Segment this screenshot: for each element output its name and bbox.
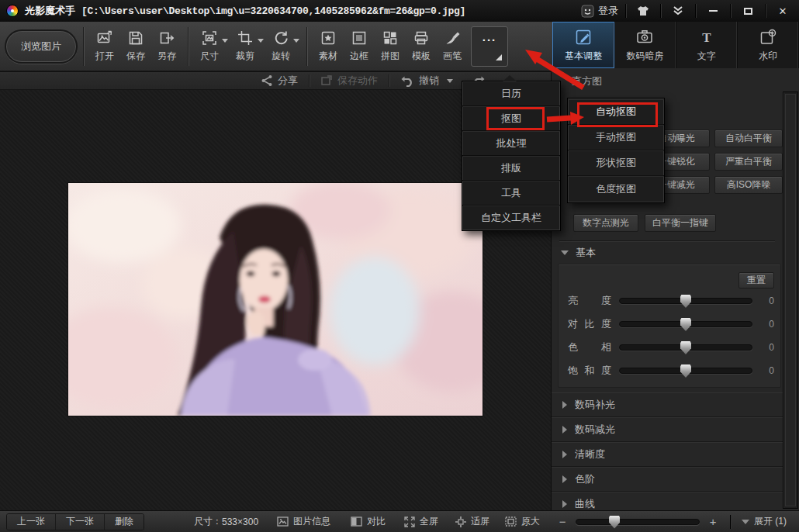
collage-icon [382, 29, 399, 47]
login-button[interactable]: 登录 [581, 4, 618, 18]
contrast-slider[interactable] [619, 321, 752, 327]
open-button[interactable]: 打开 [89, 25, 120, 68]
fullscreen-button[interactable]: 全屏 [404, 515, 438, 528]
zoom-slider[interactable] [576, 519, 700, 525]
submenu-item-manual-cutout[interactable]: 手动抠图 [568, 125, 664, 150]
toolbar-label: 旋转 [272, 50, 290, 63]
section-label: 色阶 [575, 472, 595, 486]
tab-watermark[interactable]: 水印 [738, 22, 799, 68]
compare-button[interactable]: 对比 [351, 515, 386, 528]
share-label: 分享 [278, 74, 298, 88]
more-tools-menu: 日历 抠图 批处理 排版 工具 自定义工具栏 [462, 81, 561, 231]
material-button[interactable]: 素材 [313, 25, 344, 68]
original-size-icon [505, 516, 517, 527]
saturation-slider-row: 饱和度 0 [568, 362, 774, 379]
reset-button[interactable]: 重置 [738, 272, 774, 288]
section-clarity[interactable]: 清晰度 [552, 442, 783, 467]
rotate-dropdown-arrow[interactable] [293, 39, 299, 43]
fit-screen-button[interactable]: 适屏 [455, 515, 489, 528]
collapse-window-button[interactable] [668, 3, 688, 19]
menu-item-layout[interactable]: 排版 [462, 156, 560, 181]
undo-button[interactable]: 撤销 [400, 74, 453, 88]
image-info-icon [277, 516, 289, 527]
toolbar-label: 打开 [95, 50, 114, 63]
slider-thumb[interactable] [680, 341, 691, 354]
section-digital-fill-light[interactable]: 数码补光 [552, 392, 783, 417]
section-levels[interactable]: 色阶 [552, 467, 783, 492]
expand-arrow-down-icon [742, 520, 749, 524]
saturation-slider[interactable] [619, 368, 752, 374]
tab-text[interactable]: T 文字 [676, 22, 738, 68]
image-info-button[interactable]: 图片信息 [277, 515, 330, 528]
minimize-button[interactable] [703, 3, 723, 19]
high-iso-denoise-button[interactable]: 高ISO降噪 [714, 176, 783, 194]
hue-slider[interactable] [619, 344, 752, 351]
menu-item-tools[interactable]: 工具 [462, 181, 560, 206]
scrollbar-thumb[interactable] [785, 94, 796, 506]
zoom-out-button[interactable]: − [557, 515, 568, 528]
crop-button[interactable]: 裁剪 [230, 25, 261, 68]
zoom-in-button[interactable]: + [707, 515, 718, 528]
share-button[interactable]: 分享 [261, 74, 298, 88]
maximize-button[interactable] [738, 3, 758, 19]
rotate-button[interactable]: 旋转 [265, 25, 296, 68]
right-tab-strip: 基本调整 数码暗房 T 文字 水印 [552, 22, 799, 68]
collage-button[interactable]: 拼图 [375, 25, 406, 68]
submenu-item-auto-cutout[interactable]: 自动抠图 [568, 99, 664, 125]
basic-section-header[interactable]: 基本 [561, 246, 596, 260]
statusbar-separator [730, 515, 731, 529]
tab-basic-adjust[interactable]: 基本调整 [552, 22, 614, 68]
compare-label: 对比 [367, 515, 386, 528]
slider-thumb[interactable] [680, 295, 691, 308]
actionbar-separator [389, 74, 389, 87]
border-button[interactable]: 边框 [344, 25, 375, 68]
brush-button[interactable]: 画笔 [437, 25, 468, 68]
brightness-slider[interactable] [619, 298, 752, 304]
close-button[interactable]: ✕ [773, 3, 793, 19]
skin-button[interactable] [633, 3, 653, 19]
save-action-button[interactable]: 保存动作 [320, 74, 378, 88]
section-digital-dim-light[interactable]: 数码减光 [552, 417, 783, 442]
tab-digital-darkroom[interactable]: 数码暗房 [614, 22, 676, 68]
size-value: 533×300 [222, 516, 258, 527]
slider-thumb[interactable] [680, 318, 691, 331]
spot-metering-button[interactable]: 数字点测光 [573, 214, 638, 232]
brightness-slider-row: 亮度 0 [568, 292, 774, 309]
menu-item-custom-toolbar[interactable]: 自定义工具栏 [462, 206, 560, 230]
minimize-icon [709, 10, 718, 12]
delete-image-button[interactable]: 删除 [104, 514, 144, 530]
more-tools-button[interactable]: ... [471, 26, 508, 67]
next-image-button[interactable]: 下一张 [55, 514, 104, 530]
slider-value: 0 [760, 342, 774, 353]
save-as-button[interactable]: 另存 [151, 25, 182, 68]
undo-dropdown-arrow[interactable] [447, 79, 453, 83]
template-button[interactable]: 模板 [406, 25, 437, 68]
save-button[interactable]: 保存 [120, 25, 151, 68]
resize-button[interactable]: 尺寸 [194, 25, 225, 68]
menu-item-batch[interactable]: 批处理 [462, 131, 560, 156]
slider-value: 0 [760, 295, 774, 306]
basic-adjust-icon [574, 28, 593, 47]
slider-thumb[interactable] [680, 364, 691, 378]
menu-item-cutout[interactable]: 抠图 [462, 106, 560, 131]
section-curves[interactable]: 曲线 [552, 492, 783, 510]
panel-scrollbar[interactable] [783, 92, 798, 509]
menu-item-calendar[interactable]: 日历 [462, 81, 560, 106]
original-size-button[interactable]: 原大 [505, 515, 540, 528]
section-label: 曲线 [575, 497, 595, 510]
submenu-item-shape-cutout[interactable]: 形状抠图 [568, 150, 664, 176]
nav-button-group: 上一张 下一张 删除 [6, 513, 144, 530]
severe-white-balance-button[interactable]: 严重白平衡 [714, 153, 783, 171]
previous-image-button[interactable]: 上一张 [7, 514, 55, 530]
tab-label: 文字 [697, 50, 716, 63]
resize-dropdown-arrow[interactable] [222, 39, 228, 43]
submenu-item-chroma-cutout[interactable]: 色度抠图 [568, 176, 664, 202]
expand-panel-button[interactable]: 展开 (1) [742, 515, 787, 528]
cutout-submenu: 自动抠图 手动抠图 形状抠图 色度抠图 [567, 98, 665, 203]
white-balance-one-touch-button[interactable]: 白平衡一指键 [645, 214, 716, 232]
portrait-photo [68, 183, 483, 416]
browse-images-button[interactable]: 浏览图片 [5, 29, 78, 64]
zoom-slider-thumb[interactable] [609, 516, 620, 529]
auto-white-balance-button[interactable]: 自动白平衡 [714, 130, 783, 147]
crop-dropdown-arrow[interactable] [258, 39, 264, 43]
